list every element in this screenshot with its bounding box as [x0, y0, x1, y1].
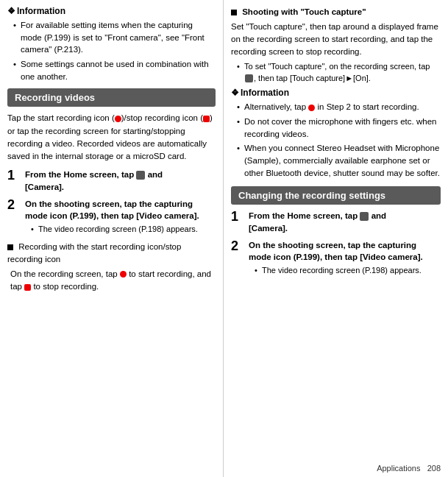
- step-num-1-left: 1: [7, 169, 21, 183]
- black-square-1: [7, 244, 13, 250]
- footer-page: 208: [427, 464, 441, 473]
- left-column: Information For available setting items …: [0, 0, 224, 477]
- record-icon-title-text: Recording with the start recording icon/…: [7, 242, 181, 264]
- info-bullet-right-1: Alternatively, tap in Step 2 to start re…: [237, 101, 441, 113]
- step-text-1-right: From the Home screen, tap and [Camera].: [249, 210, 386, 234]
- footer-label: Applications: [377, 464, 420, 473]
- changing-settings-header: Changing the recording settings: [231, 186, 441, 205]
- stop-rec-icon: [24, 284, 31, 291]
- step1-bold-label: From the Home screen, tap and: [25, 170, 163, 179]
- step-text-2-right: On the shooting screen, tap the capturin…: [249, 239, 441, 278]
- info-bullet-right-3: When you connect Stereo Headset with Mic…: [237, 142, 441, 179]
- info-bullets-left: For available setting items when the cap…: [7, 19, 216, 82]
- step-1-left: 1 From the Home screen, tap and [Camera]…: [7, 169, 216, 193]
- step2-right-bold: On the shooting screen, tap the capturin…: [249, 241, 423, 262]
- step-2-left: 2 On the shooting screen, tap the captur…: [7, 198, 216, 237]
- step-1-right: 1 From the Home screen, tap and [Camera]…: [231, 210, 441, 234]
- stop-icon: [203, 116, 210, 122]
- info-bullet-right-2: Do not cover the microphone with fingers…: [237, 116, 441, 140]
- home-grid-icon: [136, 171, 145, 180]
- black-sq-section-2: Shooting with "Touch capture" Set "Touch…: [231, 6, 441, 84]
- step-text-1-left: From the Home screen, tap and [Camera].: [25, 169, 163, 193]
- info-bullet-2: Some settings cannot be used in combinat…: [13, 58, 216, 82]
- alt-start-icon: [308, 105, 315, 111]
- record-icon-desc: On the recording screen, tap to start re…: [7, 268, 216, 294]
- start-rec-icon: [120, 271, 127, 278]
- step2-sub-item-right: The video recording screen (P.198) appea…: [255, 265, 441, 276]
- step2-sub-left: The video recording screen (P.198) appea…: [25, 224, 216, 235]
- step1-camera-label: [Camera].: [25, 183, 64, 191]
- step2-bold: On the shooting screen, tap the capturin…: [25, 199, 199, 221]
- step-num-2-right: 2: [231, 239, 244, 254]
- touch-menu-icon: [245, 74, 253, 82]
- touch-capture-title: Shooting with "Touch capture": [231, 6, 441, 18]
- step-2-right: 2 On the shooting screen, tap the captur…: [231, 239, 441, 278]
- step-text-2-left: On the shooting screen, tap the capturin…: [25, 198, 216, 237]
- step2-sub-item-left: The video recording screen (P.198) appea…: [31, 224, 216, 235]
- info-section-right: Information Alternatively, tap in Step 2…: [231, 88, 441, 179]
- touch-capture-sub-1: To set "Touch capture", on the recording…: [237, 61, 441, 84]
- touch-capture-title-text: Shooting with "Touch capture": [242, 7, 366, 16]
- footer: Applications 208: [377, 464, 441, 473]
- recording-main-text: Tap the start recording icon ()/stop rec…: [7, 112, 216, 163]
- black-square-2: [231, 10, 237, 15]
- recording-videos-header: Recording videos: [7, 88, 216, 107]
- info-bullets-right: Alternatively, tap in Step 2 to start re…: [231, 101, 441, 179]
- step2-sub-right: The video recording screen (P.198) appea…: [249, 265, 441, 276]
- black-sq-section-1: Recording with the start recording icon/…: [7, 241, 216, 293]
- home-grid-icon-right: [360, 212, 369, 221]
- record-icon-section-title: Recording with the start recording icon/…: [7, 241, 216, 265]
- step-num-1-right: 1: [231, 210, 244, 225]
- info-title-left: Information: [7, 6, 216, 16]
- info-section-left: Information For available setting items …: [7, 6, 216, 82]
- touch-capture-subs: To set "Touch capture", on the recording…: [231, 61, 441, 84]
- info-bullet-1: For available setting items when the cap…: [13, 19, 216, 56]
- step1-right-camera: [Camera].: [249, 224, 288, 233]
- start-icon: [115, 116, 121, 122]
- step-num-2-left: 2: [7, 198, 21, 213]
- step1-right-bold: From the Home screen, tap and: [249, 211, 386, 220]
- right-column: Shooting with "Touch capture" Set "Touch…: [224, 0, 448, 477]
- info-title-right: Information: [231, 88, 441, 98]
- touch-capture-desc: Set "Touch capture", then tap around a d…: [231, 21, 441, 59]
